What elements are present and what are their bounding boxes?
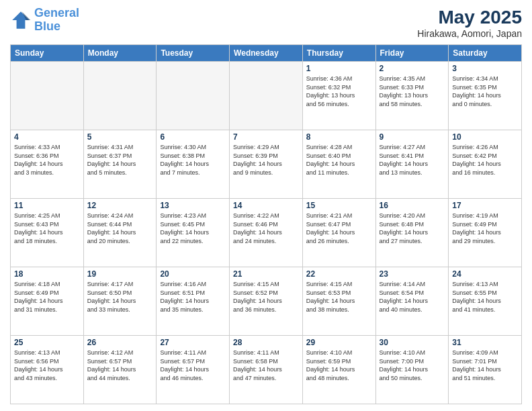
day-cell: 28Sunrise: 4:11 AMSunset: 6:58 PMDayligh… (230, 336, 303, 404)
week-row-0: 1Sunrise: 4:36 AMSunset: 6:32 PMDaylight… (11, 62, 522, 130)
day-cell: 16Sunrise: 4:20 AMSunset: 6:48 PMDayligh… (375, 199, 449, 267)
calendar-table: SundayMondayTuesdayWednesdayThursdayFrid… (10, 44, 522, 404)
day-info: Sunrise: 4:09 AMSunset: 7:01 PMDaylight:… (452, 349, 518, 382)
day-info: Sunrise: 4:34 AMSunset: 6:35 PMDaylight:… (452, 75, 518, 108)
main-title: May 2025 (417, 7, 522, 28)
day-info: Sunrise: 4:10 AMSunset: 7:00 PMDaylight:… (380, 349, 445, 382)
day-number: 29 (306, 338, 372, 347)
day-cell: 5Sunrise: 4:31 AMSunset: 6:37 PMDaylight… (83, 130, 157, 199)
logo: General Blue (10, 7, 79, 34)
day-cell (230, 62, 303, 130)
day-cell: 26Sunrise: 4:12 AMSunset: 6:57 PMDayligh… (83, 336, 157, 404)
day-number: 9 (380, 132, 445, 142)
col-header-saturday: Saturday (449, 45, 522, 62)
day-number: 30 (380, 338, 445, 347)
day-cell: 30Sunrise: 4:10 AMSunset: 7:00 PMDayligh… (375, 336, 449, 404)
day-info: Sunrise: 4:19 AMSunset: 6:49 PMDaylight:… (452, 212, 518, 245)
day-cell: 27Sunrise: 4:11 AMSunset: 6:57 PMDayligh… (157, 336, 230, 404)
day-number: 6 (160, 132, 226, 142)
logo-text: General Blue (34, 7, 79, 34)
day-info: Sunrise: 4:15 AMSunset: 6:52 PMDaylight:… (233, 280, 299, 314)
day-cell: 22Sunrise: 4:15 AMSunset: 6:53 PMDayligh… (302, 267, 375, 336)
day-number: 21 (233, 269, 299, 279)
col-header-sunday: Sunday (11, 45, 84, 62)
day-number: 5 (87, 132, 153, 142)
day-info: Sunrise: 4:14 AMSunset: 6:54 PMDaylight:… (380, 280, 445, 314)
day-number: 19 (87, 269, 153, 279)
day-info: Sunrise: 4:13 AMSunset: 6:55 PMDaylight:… (452, 280, 518, 314)
subtitle: Hirakawa, Aomori, Japan (417, 28, 522, 39)
day-number: 22 (306, 269, 372, 279)
col-header-thursday: Thursday (302, 45, 375, 62)
day-number: 28 (233, 338, 299, 347)
day-number: 18 (14, 269, 80, 279)
day-number: 31 (452, 338, 518, 347)
day-info: Sunrise: 4:20 AMSunset: 6:48 PMDaylight:… (380, 212, 445, 245)
day-number: 26 (87, 338, 153, 347)
calendar-header-row: SundayMondayTuesdayWednesdayThursdayFrid… (11, 45, 522, 62)
day-info: Sunrise: 4:15 AMSunset: 6:53 PMDaylight:… (306, 280, 372, 314)
header: General Blue May 2025 Hirakawa, Aomori, … (10, 7, 522, 39)
day-info: Sunrise: 4:36 AMSunset: 6:32 PMDaylight:… (306, 75, 372, 108)
day-info: Sunrise: 4:24 AMSunset: 6:44 PMDaylight:… (87, 212, 153, 245)
day-info: Sunrise: 4:17 AMSunset: 6:50 PMDaylight:… (87, 280, 153, 314)
day-cell: 19Sunrise: 4:17 AMSunset: 6:50 PMDayligh… (83, 267, 157, 336)
day-cell: 10Sunrise: 4:26 AMSunset: 6:42 PMDayligh… (449, 130, 522, 199)
day-number: 24 (452, 269, 518, 279)
day-info: Sunrise: 4:16 AMSunset: 6:51 PMDaylight:… (160, 280, 226, 314)
page: General Blue May 2025 Hirakawa, Aomori, … (0, 0, 532, 411)
day-info: Sunrise: 4:26 AMSunset: 6:42 PMDaylight:… (452, 143, 518, 177)
day-number: 3 (452, 64, 518, 73)
day-cell: 25Sunrise: 4:13 AMSunset: 6:56 PMDayligh… (11, 336, 84, 404)
day-info: Sunrise: 4:28 AMSunset: 6:40 PMDaylight:… (306, 143, 372, 177)
day-number: 13 (160, 201, 226, 210)
day-info: Sunrise: 4:31 AMSunset: 6:37 PMDaylight:… (87, 143, 153, 177)
day-cell: 18Sunrise: 4:18 AMSunset: 6:49 PMDayligh… (11, 267, 84, 336)
day-number: 12 (87, 201, 153, 210)
col-header-monday: Monday (83, 45, 157, 62)
day-info: Sunrise: 4:10 AMSunset: 6:59 PMDaylight:… (306, 349, 372, 382)
day-cell: 4Sunrise: 4:33 AMSunset: 6:36 PMDaylight… (11, 130, 84, 199)
day-number: 2 (380, 64, 445, 73)
day-number: 27 (160, 338, 226, 347)
day-cell: 23Sunrise: 4:14 AMSunset: 6:54 PMDayligh… (375, 267, 449, 336)
day-number: 16 (380, 201, 445, 210)
day-number: 20 (160, 269, 226, 279)
day-cell (83, 62, 157, 130)
day-info: Sunrise: 4:11 AMSunset: 6:57 PMDaylight:… (160, 349, 226, 382)
day-cell: 1Sunrise: 4:36 AMSunset: 6:32 PMDaylight… (302, 62, 375, 130)
day-number: 11 (14, 201, 80, 210)
week-row-2: 11Sunrise: 4:25 AMSunset: 6:43 PMDayligh… (11, 199, 522, 267)
day-number: 15 (306, 201, 372, 210)
day-info: Sunrise: 4:12 AMSunset: 6:57 PMDaylight:… (87, 349, 153, 382)
week-row-4: 25Sunrise: 4:13 AMSunset: 6:56 PMDayligh… (11, 336, 522, 404)
day-number: 25 (14, 338, 80, 347)
day-number: 17 (452, 201, 518, 210)
title-block: May 2025 Hirakawa, Aomori, Japan (417, 7, 522, 39)
day-number: 4 (14, 132, 80, 142)
day-number: 14 (233, 201, 299, 210)
col-header-tuesday: Tuesday (157, 45, 230, 62)
day-cell: 2Sunrise: 4:35 AMSunset: 6:33 PMDaylight… (375, 62, 449, 130)
day-number: 1 (306, 64, 372, 73)
day-cell: 24Sunrise: 4:13 AMSunset: 6:55 PMDayligh… (449, 267, 522, 336)
day-cell: 7Sunrise: 4:29 AMSunset: 6:39 PMDaylight… (230, 130, 303, 199)
day-info: Sunrise: 4:33 AMSunset: 6:36 PMDaylight:… (14, 143, 80, 177)
day-cell: 20Sunrise: 4:16 AMSunset: 6:51 PMDayligh… (157, 267, 230, 336)
logo-icon (10, 9, 32, 31)
day-cell: 3Sunrise: 4:34 AMSunset: 6:35 PMDaylight… (449, 62, 522, 130)
day-cell (157, 62, 230, 130)
day-number: 23 (380, 269, 445, 279)
day-cell: 15Sunrise: 4:21 AMSunset: 6:47 PMDayligh… (302, 199, 375, 267)
day-cell: 14Sunrise: 4:22 AMSunset: 6:46 PMDayligh… (230, 199, 303, 267)
day-cell: 9Sunrise: 4:27 AMSunset: 6:41 PMDaylight… (375, 130, 449, 199)
day-cell: 21Sunrise: 4:15 AMSunset: 6:52 PMDayligh… (230, 267, 303, 336)
day-cell: 13Sunrise: 4:23 AMSunset: 6:45 PMDayligh… (157, 199, 230, 267)
day-cell: 31Sunrise: 4:09 AMSunset: 7:01 PMDayligh… (449, 336, 522, 404)
day-info: Sunrise: 4:25 AMSunset: 6:43 PMDaylight:… (14, 212, 80, 245)
day-info: Sunrise: 4:23 AMSunset: 6:45 PMDaylight:… (160, 212, 226, 245)
day-number: 8 (306, 132, 372, 142)
day-cell: 6Sunrise: 4:30 AMSunset: 6:38 PMDaylight… (157, 130, 230, 199)
day-number: 10 (452, 132, 518, 142)
day-info: Sunrise: 4:27 AMSunset: 6:41 PMDaylight:… (380, 143, 445, 177)
